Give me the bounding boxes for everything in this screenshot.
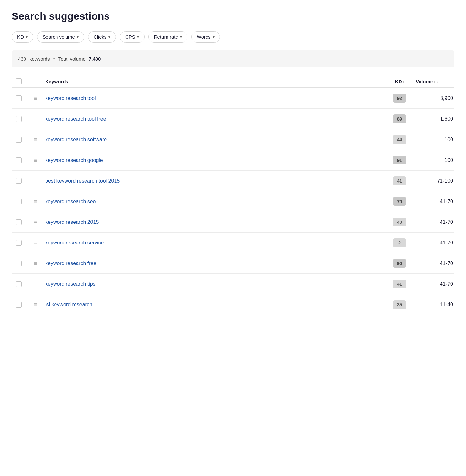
row-checkbox-3[interactable] bbox=[16, 157, 22, 163]
row-volume-1: 1,600 bbox=[416, 116, 454, 122]
filter-btn-search-volume[interactable]: Search volume▾ bbox=[37, 31, 84, 43]
row-checkbox-2[interactable] bbox=[16, 137, 22, 143]
row-checkbox-cell-10[interactable] bbox=[12, 302, 26, 308]
row-icon-cell-6[interactable]: ≡ bbox=[26, 219, 45, 225]
row-icon-cell-4[interactable]: ≡ bbox=[26, 178, 45, 184]
row-icon-cell-7[interactable]: ≡ bbox=[26, 240, 45, 246]
filter-btn-kd[interactable]: KD▾ bbox=[12, 31, 33, 43]
row-keyword-9[interactable]: keyword research tips bbox=[45, 281, 383, 287]
row-checkbox-cell-5[interactable] bbox=[12, 199, 26, 204]
row-keyword-3[interactable]: keyword research google bbox=[45, 157, 383, 163]
row-checkbox-cell-4[interactable] bbox=[12, 178, 26, 184]
row-kd-cell-3: 91 bbox=[383, 156, 416, 164]
row-list-icon-9[interactable]: ≡ bbox=[34, 281, 37, 287]
row-list-icon-7[interactable]: ≡ bbox=[34, 240, 37, 246]
row-checkbox-cell-6[interactable] bbox=[12, 219, 26, 225]
kd-badge-6: 40 bbox=[393, 218, 406, 226]
row-icon-cell-1[interactable]: ≡ bbox=[26, 116, 45, 122]
kd-badge-9: 41 bbox=[393, 280, 406, 288]
chevron-search-volume-icon: ▾ bbox=[77, 35, 79, 39]
filter-btn-return-rate[interactable]: Return rate▾ bbox=[148, 31, 187, 43]
row-keyword-4[interactable]: best keyword research tool 2015 bbox=[45, 178, 383, 184]
row-checkbox-6[interactable] bbox=[16, 219, 22, 225]
kd-badge-0: 92 bbox=[393, 94, 406, 103]
row-icon-cell-10[interactable]: ≡ bbox=[26, 302, 45, 308]
row-keyword-6[interactable]: keyword research 2015 bbox=[45, 219, 383, 225]
col-volume-label[interactable]: Volume i ↓ bbox=[416, 79, 454, 84]
row-keyword-0[interactable]: keyword research tool bbox=[45, 95, 383, 101]
col-kd-label[interactable]: KD i bbox=[383, 79, 416, 84]
row-list-icon-2[interactable]: ≡ bbox=[34, 137, 37, 143]
filter-label-cps: CPS bbox=[125, 34, 135, 40]
page-title-info-icon[interactable]: i bbox=[112, 14, 114, 19]
row-keyword-7[interactable]: keyword research service bbox=[45, 240, 383, 246]
row-checkbox-8[interactable] bbox=[16, 261, 22, 266]
filter-label-search-volume: Search volume bbox=[43, 34, 75, 40]
row-keyword-10[interactable]: lsi keyword research bbox=[45, 302, 383, 308]
row-list-icon-1[interactable]: ≡ bbox=[34, 116, 37, 122]
table-row: ≡ keyword research 2015 40 41-70 bbox=[12, 212, 454, 233]
table-row: ≡ keyword research tips 41 41-70 bbox=[12, 274, 454, 294]
row-checkbox-cell-9[interactable] bbox=[12, 281, 26, 287]
select-all-checkbox[interactable] bbox=[16, 78, 22, 84]
row-checkbox-0[interactable] bbox=[16, 95, 22, 101]
table-row: ≡ keyword research free 90 41-70 bbox=[12, 253, 454, 274]
row-volume-8: 41-70 bbox=[416, 261, 454, 266]
filter-label-kd: KD bbox=[17, 34, 24, 40]
row-kd-cell-6: 40 bbox=[383, 218, 416, 226]
row-checkbox-10[interactable] bbox=[16, 302, 22, 308]
row-keyword-5[interactable]: keyword research seo bbox=[45, 199, 383, 204]
chevron-cps-icon: ▾ bbox=[137, 35, 139, 39]
row-checkbox-cell-2[interactable] bbox=[12, 137, 26, 143]
kd-info-icon: i bbox=[403, 79, 404, 83]
kd-badge-7: 2 bbox=[393, 238, 406, 247]
table-row: ≡ keyword research service 2 41-70 bbox=[12, 233, 454, 253]
row-icon-cell-2[interactable]: ≡ bbox=[26, 137, 45, 143]
chevron-words-icon: ▾ bbox=[213, 35, 215, 39]
row-checkbox-cell-3[interactable] bbox=[12, 157, 26, 163]
kd-badge-2: 44 bbox=[393, 135, 406, 144]
row-keyword-2[interactable]: keyword research software bbox=[45, 137, 383, 143]
filter-btn-clicks[interactable]: Clicks▾ bbox=[88, 31, 116, 43]
row-checkbox-9[interactable] bbox=[16, 281, 22, 287]
filter-btn-words[interactable]: Words▾ bbox=[191, 31, 220, 43]
row-checkbox-4[interactable] bbox=[16, 178, 22, 184]
keyword-count: 430 bbox=[18, 56, 26, 62]
row-checkbox-7[interactable] bbox=[16, 240, 22, 246]
row-list-icon-5[interactable]: ≡ bbox=[34, 199, 37, 204]
row-icon-cell-5[interactable]: ≡ bbox=[26, 199, 45, 204]
table-row: ≡ keyword research google 91 100 bbox=[12, 150, 454, 171]
row-keyword-1[interactable]: keyword research tool free bbox=[45, 116, 383, 122]
row-checkbox-1[interactable] bbox=[16, 116, 22, 122]
summary-bar: 430 keywords • Total volume 7,400 bbox=[12, 50, 454, 67]
keyword-label: keywords bbox=[29, 56, 50, 62]
row-volume-0: 3,900 bbox=[416, 95, 454, 101]
row-icon-cell-0[interactable]: ≡ bbox=[26, 95, 45, 101]
filter-label-return-rate: Return rate bbox=[154, 34, 178, 40]
row-volume-4: 71-100 bbox=[416, 178, 454, 184]
row-checkbox-cell-1[interactable] bbox=[12, 116, 26, 122]
row-list-icon-10[interactable]: ≡ bbox=[34, 302, 37, 308]
volume-info-icon: i bbox=[434, 79, 435, 83]
header-checkbox-cell[interactable] bbox=[12, 78, 26, 84]
row-icon-cell-9[interactable]: ≡ bbox=[26, 281, 45, 287]
row-list-icon-6[interactable]: ≡ bbox=[34, 219, 37, 225]
kd-badge-8: 90 bbox=[393, 259, 406, 268]
row-checkbox-5[interactable] bbox=[16, 199, 22, 204]
row-keyword-8[interactable]: keyword research free bbox=[45, 261, 383, 266]
row-list-icon-3[interactable]: ≡ bbox=[34, 157, 37, 163]
col-kd-text: KD bbox=[395, 79, 402, 84]
row-kd-cell-4: 41 bbox=[383, 176, 416, 185]
row-icon-cell-8[interactable]: ≡ bbox=[26, 261, 45, 266]
kd-badge-4: 41 bbox=[393, 176, 406, 185]
row-checkbox-cell-8[interactable] bbox=[12, 261, 26, 266]
row-checkbox-cell-0[interactable] bbox=[12, 95, 26, 101]
row-list-icon-0[interactable]: ≡ bbox=[34, 95, 37, 101]
row-checkbox-cell-7[interactable] bbox=[12, 240, 26, 246]
volume-sort-icon: ↓ bbox=[436, 79, 439, 84]
filter-btn-cps[interactable]: CPS▾ bbox=[120, 31, 145, 43]
row-icon-cell-3[interactable]: ≡ bbox=[26, 157, 45, 163]
row-list-icon-8[interactable]: ≡ bbox=[34, 261, 37, 266]
chevron-return-rate-icon: ▾ bbox=[180, 35, 182, 39]
row-list-icon-4[interactable]: ≡ bbox=[34, 178, 37, 184]
